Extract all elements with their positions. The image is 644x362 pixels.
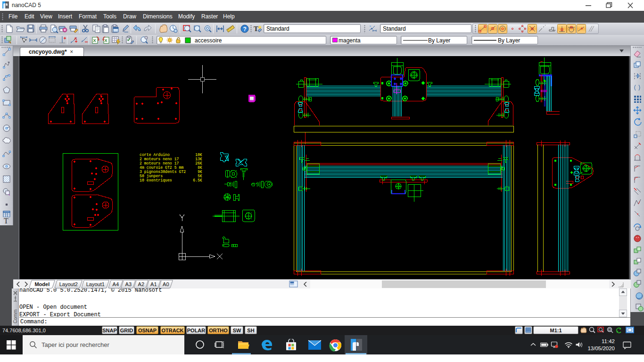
svg-text:10 exentriques: 10 exentriques (140, 178, 172, 182)
svg-text:3 pignons30dents GT2: 3 pignons30dents GT2 (140, 170, 186, 174)
svg-text:8€: 8€ (198, 165, 202, 170)
svg-text:26€: 26€ (195, 161, 202, 165)
svg-text:50 junpers: 50 junpers (140, 174, 163, 178)
svg-text:13€: 13€ (195, 157, 202, 161)
svg-text:?: ? (243, 26, 247, 33)
svg-text:X: X (105, 38, 107, 43)
svg-text:A: A (74, 36, 77, 41)
svg-text:10€: 10€ (195, 153, 202, 157)
svg-text:X: X (93, 38, 96, 43)
svg-text:6.5€: 6.5€ (193, 178, 202, 182)
svg-text:4m couroie GT2 5 mm: 4m couroie GT2 5 mm (140, 165, 183, 170)
svg-text:T: T (4, 217, 8, 225)
svg-text:corte Arduino: corte Arduino (140, 153, 170, 157)
svg-text:Comm: Comm (13, 310, 18, 323)
svg-text:T: T (254, 25, 258, 33)
svg-text:2 moteurs neno 17: 2 moteurs neno 17 (140, 161, 179, 165)
svg-text:9€: 9€ (198, 170, 202, 174)
svg-text:2 moteurs neno 17: 2 moteurs neno 17 (140, 157, 179, 161)
svg-text:5€: 5€ (198, 174, 202, 178)
